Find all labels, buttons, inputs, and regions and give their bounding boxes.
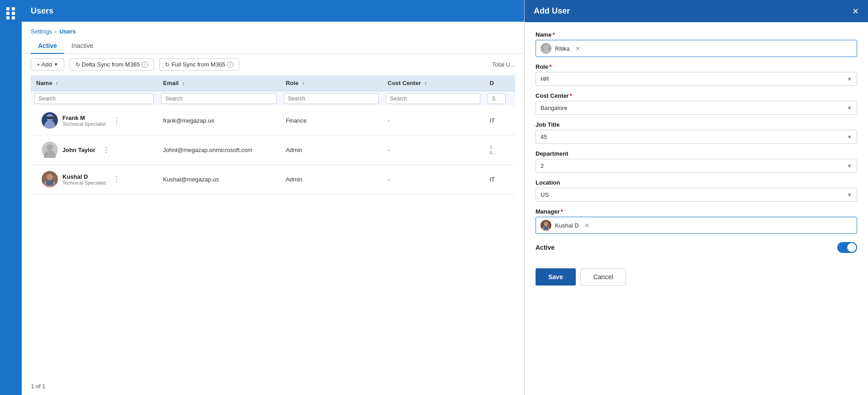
cost-center-required: * [570,92,572,99]
role-field-group: Role* HR Admin Finance ▼ [536,63,857,86]
manager-field-group: Manager* Kushal D ✕ [536,208,857,234]
role-cell-kushal: Admin [280,165,382,194]
cost-center-cell-kushal: - [382,165,484,194]
manager-field-label: Manager* [536,208,857,215]
panel-footer: Save Cancel [525,264,868,296]
role-select-wrapper: HR Admin Finance ▼ [536,72,857,86]
manager-required: * [560,208,563,215]
name-field-label: Name* [536,31,857,38]
left-nav [0,0,22,395]
more-menu-kushal[interactable]: ⋮ [110,175,123,184]
manager-value: Kushal D [555,222,579,229]
name-input[interactable]: Ritika ✕ [536,40,857,57]
cancel-button[interactable]: Cancel [580,268,626,286]
name-field-group: Name* Ritika ✕ [536,31,857,57]
location-field-group: Location US UK India ▼ [536,179,857,202]
nav-dot-1 [6,7,9,10]
role-cell-john: Admin [280,135,382,165]
col-header-name[interactable]: Name ↑ [31,75,157,91]
email-cell-kushal: Kushal@megazap.us [157,165,280,194]
more-menu-john[interactable]: ⋮ [100,146,113,154]
job-title-field-label: Job Title [536,121,857,128]
d-cell-john: 1b... [484,135,515,165]
department-select[interactable]: 2 [536,159,857,172]
sort-arrow-name: ↑ [56,81,58,86]
manager-input[interactable]: Kushal D ✕ [536,217,857,234]
nav-dot-4 [12,12,15,15]
cost-center-field-label: Cost Center* [536,92,857,99]
name-clear-icon[interactable]: ✕ [575,45,580,52]
name-avatar [541,43,551,54]
role-select[interactable]: HR Admin Finance [536,72,857,86]
breadcrumb: Settings › Users [22,22,524,35]
location-field-label: Location [536,179,857,186]
add-button[interactable]: + Add ▼ [31,58,64,71]
search-input-d[interactable] [488,93,506,104]
job-title-select[interactable]: 45 [536,130,857,143]
name-cell-kushal: Kushal D Technical Specialist ⋮ [31,165,157,194]
toolbar: + Add ▼ ↻ Delta Sync from M365 i ↻ Full … [22,54,524,75]
location-select[interactable]: US UK India [536,188,857,201]
toggle-knob [847,243,856,252]
svg-point-10 [544,45,548,49]
svg-point-1 [44,120,55,128]
svg-rect-14 [544,226,548,230]
full-sync-button[interactable]: ↻ Full Sync from M365 i [159,58,239,71]
search-input-cost-center[interactable] [386,93,480,104]
col-header-cost-center[interactable]: Cost Center ↑ [382,75,484,91]
department-field-label: Department [536,150,857,157]
search-input-role[interactable] [284,93,379,104]
department-field-group: Department 2 ▼ [536,150,857,173]
table-row: Kushal D Technical Specialist ⋮ Kushal@m… [31,165,515,194]
svg-rect-9 [46,180,53,186]
breadcrumb-sep: › [55,28,57,35]
app-title: Users [31,6,53,16]
col-header-role[interactable]: Role ↑ [280,75,382,91]
table-header-row: Name ↑ Email ↑ Role ↑ Cost Center [31,75,515,91]
svg-point-5 [47,144,53,151]
close-panel-button[interactable]: ✕ [852,7,859,15]
panel-title: Add User [534,6,570,16]
tab-active[interactable]: Active [31,38,64,54]
delta-sync-button[interactable]: ↻ Delta Sync from M365 i [70,58,154,71]
table-search-row [31,91,515,106]
avatar-frank [42,112,58,128]
breadcrumb-parent[interactable]: Settings [31,28,52,35]
job-title-field-group: Job Title 45 ▼ [536,121,857,144]
location-select-wrapper: US UK India ▼ [536,188,857,202]
full-sync-info-icon[interactable]: i [227,62,233,68]
role-field-label: Role* [536,63,857,70]
active-toggle[interactable] [837,242,857,253]
job-title-select-wrapper: 45 ▼ [536,130,857,144]
sort-arrow-role: ↑ [302,81,304,86]
save-button[interactable]: Save [536,268,576,286]
svg-point-11 [542,49,550,54]
search-cell-cost-center [382,91,484,106]
manager-clear-icon[interactable]: ✕ [584,222,589,229]
search-input-email[interactable] [161,93,276,104]
users-table: Name ↑ Email ↑ Role ↑ Cost Center [31,75,515,194]
search-cell-name [31,91,157,106]
col-header-email[interactable]: Email ↑ [157,75,280,91]
nav-grid [6,7,15,19]
tabs-container: Active Inactive [22,35,524,54]
cost-center-select[interactable]: Bangalore US UK [536,101,857,114]
more-menu-frank[interactable]: ⋮ [110,116,123,125]
add-user-panel: Add User ✕ Name* Ritika ✕ Rol [524,0,868,395]
tab-inactive[interactable]: Inactive [64,38,100,54]
cost-center-cell-frank: - [382,106,484,135]
cost-center-select-wrapper: Bangalore US UK ▼ [536,101,857,115]
user-title-frank: Technical Specialist [62,121,106,127]
search-input-name[interactable] [34,93,154,104]
sync-icon-delta: ↻ [76,62,80,68]
delta-sync-info-icon[interactable]: i [142,62,148,68]
user-name-frank: Frank M [62,114,106,121]
pagination-label: 1 of 1 [31,383,46,390]
name-cell-frank: Frank M Technical Specialist ⋮ [31,106,157,135]
user-name-john: John Taylor [62,147,95,153]
nav-dot-3 [6,12,9,15]
department-select-wrapper: 2 ▼ [536,159,857,173]
main-area: Users Settings › Users Active Inactive +… [22,0,524,395]
panel-body: Name* Ritika ✕ Role* HR [525,22,868,264]
sort-arrow-email: ↑ [182,81,185,86]
